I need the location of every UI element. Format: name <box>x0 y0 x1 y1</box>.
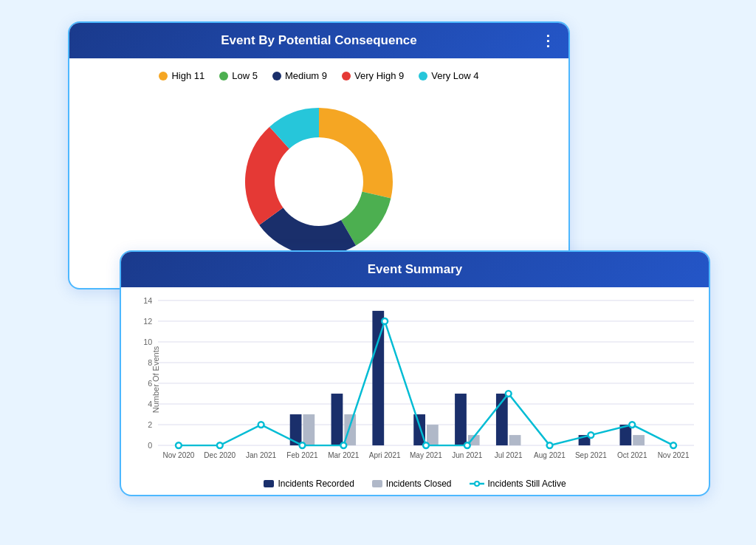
y-tick-label: 0 <box>148 441 152 450</box>
legend-item: Very Low 4 <box>419 70 478 81</box>
legend-dot <box>219 72 228 80</box>
y-tick-label: 12 <box>143 317 152 326</box>
svg-point-0 <box>278 141 360 222</box>
bar-closed <box>509 435 521 445</box>
line-dot <box>176 442 182 448</box>
x-label: Nov 2021 <box>653 451 694 459</box>
x-label: Oct 2021 <box>611 451 653 459</box>
donut-card-header: Event By Potential Consequence ⋮ <box>69 23 568 58</box>
legend-item: High 11 <box>159 70 205 81</box>
line-dot <box>300 442 306 448</box>
bar-card: Event Summary Number Of Events 024681012… <box>120 250 710 496</box>
line-dot <box>258 422 264 428</box>
bar-chart-legend: Incidents RecordedIncidents ClosedIncide… <box>121 479 709 495</box>
bar-card-title: Event Summary <box>368 262 463 277</box>
donut-chart <box>87 93 551 270</box>
legend-label: Incidents Recorded <box>278 479 354 489</box>
legend-label: Incidents Closed <box>386 479 452 489</box>
chart-legend-item: Incidents Still Active <box>470 479 566 489</box>
x-label: Jan 2021 <box>241 451 282 459</box>
line-dot <box>340 442 346 448</box>
legend-line <box>470 480 484 487</box>
bar-recorded <box>455 394 467 445</box>
svg-point-2 <box>475 481 479 486</box>
bar-card-header: Event Summary <box>121 252 709 287</box>
legend-label: Medium 9 <box>285 70 327 81</box>
chart-legend-item: Incidents Recorded <box>264 479 354 489</box>
dashboard-container: Event By Potential Consequence ⋮ High 11… <box>46 21 710 524</box>
legend-label: Low 5 <box>232 70 258 81</box>
y-tick-label: 8 <box>148 358 152 367</box>
line-dot <box>670 442 676 448</box>
donut-legend: High 11Low 5Medium 9Very High 9Very Low … <box>87 70 551 81</box>
x-label: May 2021 <box>405 451 447 459</box>
line-dot <box>629 422 635 428</box>
legend-dot <box>272 72 281 80</box>
bar-recorded <box>331 394 343 445</box>
legend-dot <box>419 72 427 80</box>
x-label: Feb 2021 <box>282 451 323 459</box>
line-dot <box>547 442 553 448</box>
x-label: Aug 2021 <box>529 451 571 459</box>
x-label: Jun 2021 <box>447 451 488 459</box>
legend-label: High 11 <box>171 70 205 81</box>
x-label: Mar 2021 <box>323 451 364 459</box>
legend-label: Very Low 4 <box>431 70 478 81</box>
y-tick-label: 10 <box>143 337 152 346</box>
legend-rect <box>372 480 382 487</box>
bar-chart-svg: 02468101214 <box>158 299 694 447</box>
bar-chart-wrap: 02468101214 <box>158 299 694 447</box>
line-dot <box>506 391 512 397</box>
donut-card-title: Event By Potential Consequence <box>221 33 416 48</box>
bar-closed <box>303 414 315 445</box>
legend-label: Incidents Still Active <box>488 479 566 489</box>
y-tick-label: 14 <box>143 296 152 305</box>
bar-closed <box>633 435 645 445</box>
x-label: Dec 2020 <box>199 451 241 459</box>
donut-svg <box>238 100 400 263</box>
x-label: Apri 2021 <box>364 451 405 459</box>
legend-item: Low 5 <box>219 70 258 81</box>
menu-dots-icon[interactable]: ⋮ <box>540 32 557 49</box>
legend-dot <box>342 72 351 80</box>
legend-label: Very High 9 <box>354 70 404 81</box>
legend-item: Medium 9 <box>272 70 327 81</box>
line-dot <box>423 442 429 448</box>
x-axis-labels: Nov 2020Dec 2020Jan 2021Feb 2021Mar 2021… <box>158 451 694 459</box>
line-dot <box>217 442 223 448</box>
chart-legend-item: Incidents Closed <box>372 479 452 489</box>
bar-closed <box>427 425 439 445</box>
x-label: Sep 2021 <box>570 451 611 459</box>
chart-area: Number Of Events 02468101214 Nov 2020Dec… <box>121 287 709 471</box>
line-dot <box>464 442 470 448</box>
x-label: Jul 2021 <box>488 451 529 459</box>
x-label: Nov 2020 <box>158 451 199 459</box>
y-tick-label: 2 <box>148 420 152 429</box>
donut-card: Event By Potential Consequence ⋮ High 11… <box>68 21 570 289</box>
legend-rect <box>264 480 274 487</box>
y-tick-label: 4 <box>148 400 152 408</box>
y-tick-label: 6 <box>148 379 152 388</box>
legend-dot <box>159 72 168 80</box>
line-dot <box>588 432 594 438</box>
line-dot <box>382 318 388 324</box>
legend-item: Very High 9 <box>342 70 404 81</box>
